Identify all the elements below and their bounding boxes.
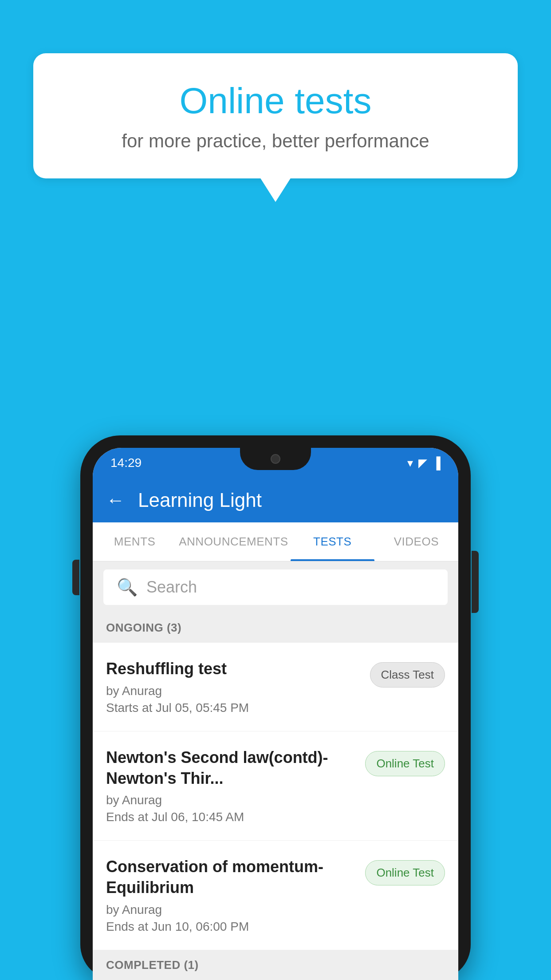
tab-videos[interactable]: VIDEOS — [374, 522, 458, 561]
tabs-bar: MENTS ANNOUNCEMENTS TESTS VIDEOS — [93, 522, 458, 561]
app-title: Learning Light — [138, 489, 262, 511]
badge-online-test-3: Online Test — [365, 860, 445, 885]
test-name-2: Newton's Second law(contd)-Newton's Thir… — [106, 747, 356, 789]
notch — [240, 448, 311, 470]
test-by-2: by Anurag — [106, 793, 356, 807]
completed-section-header: COMPLETED (1) — [93, 950, 458, 980]
search-icon: 🔍 — [117, 577, 138, 597]
search-bar[interactable]: 🔍 Search — [103, 569, 448, 605]
battery-icon: ▐ — [433, 456, 441, 470]
test-by-1: by Anurag — [106, 684, 361, 698]
test-date-1: Starts at Jul 05, 05:45 PM — [106, 701, 361, 715]
list-item[interactable]: Newton's Second law(contd)-Newton's Thir… — [93, 731, 458, 841]
test-date-2: Ends at Jul 06, 10:45 AM — [106, 810, 356, 824]
test-by-3: by Anurag — [106, 903, 356, 917]
list-item[interactable]: Reshuffling test by Anurag Starts at Jul… — [93, 643, 458, 731]
phone-screen: 14:29 ▾ ◤ ▐ ← Learning Light MENTS — [93, 448, 458, 980]
tab-tests[interactable]: TESTS — [291, 522, 374, 561]
camera-dot — [271, 454, 280, 464]
search-bar-container: 🔍 Search — [93, 561, 458, 613]
test-name-1: Reshuffling test — [106, 659, 361, 680]
test-info-2: Newton's Second law(contd)-Newton's Thir… — [106, 747, 365, 825]
search-placeholder: Search — [146, 578, 197, 597]
signal-icon: ◤ — [418, 456, 427, 470]
speech-bubble-card: Online tests for more practice, better p… — [33, 53, 518, 178]
wifi-icon: ▾ — [407, 456, 413, 470]
tab-ments[interactable]: MENTS — [93, 522, 177, 561]
bubble-tail — [260, 178, 291, 202]
status-bar: 14:29 ▾ ◤ ▐ — [93, 448, 458, 478]
bubble-title: Online tests — [64, 80, 487, 122]
promo-bubble: Online tests for more practice, better p… — [33, 53, 518, 202]
badge-class-test-1: Class Test — [370, 662, 445, 688]
status-icons: ▾ ◤ ▐ — [407, 456, 441, 470]
ongoing-section-header: ONGOING (3) — [93, 613, 458, 643]
phone-wrapper: 14:29 ▾ ◤ ▐ ← Learning Light MENTS — [80, 435, 471, 980]
bubble-subtitle: for more practice, better performance — [64, 130, 487, 152]
back-button[interactable]: ← — [106, 490, 125, 511]
badge-online-test-2: Online Test — [365, 751, 445, 776]
list-item[interactable]: Conservation of momentum-Equilibrium by … — [93, 841, 458, 950]
test-info-3: Conservation of momentum-Equilibrium by … — [106, 857, 365, 934]
test-date-3: Ends at Jun 10, 06:00 PM — [106, 920, 356, 934]
test-info-1: Reshuffling test by Anurag Starts at Jul… — [106, 659, 370, 715]
status-time: 14:29 — [110, 456, 142, 470]
tab-announcements[interactable]: ANNOUNCEMENTS — [177, 522, 290, 561]
test-name-3: Conservation of momentum-Equilibrium — [106, 857, 356, 898]
test-list: Reshuffling test by Anurag Starts at Jul… — [93, 643, 458, 950]
app-bar: ← Learning Light — [93, 478, 458, 522]
phone-frame: 14:29 ▾ ◤ ▐ ← Learning Light MENTS — [80, 435, 471, 980]
